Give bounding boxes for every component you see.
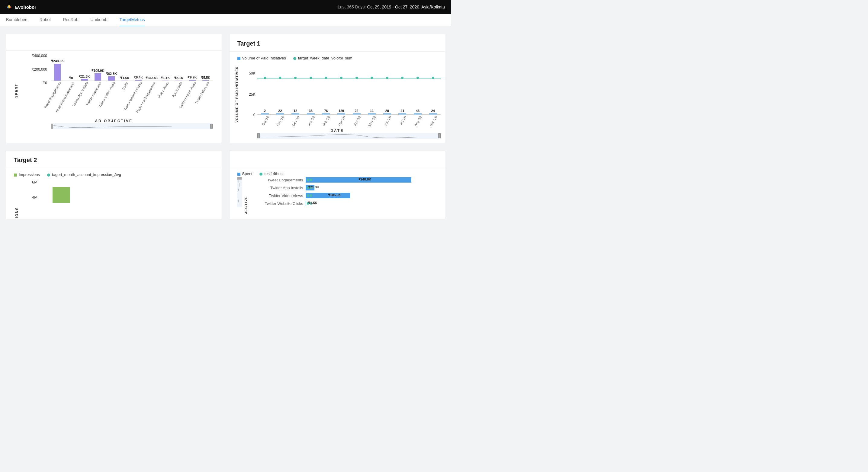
chart-target2[interactable]: SIONS 6M 4M [6, 177, 222, 219]
circle-swatch-icon [293, 57, 296, 60]
vertical-scrubber[interactable] [237, 177, 242, 207]
line-point[interactable] [307, 194, 309, 197]
row-category-label: Tweet Engagements [252, 178, 306, 182]
line-point[interactable] [355, 77, 358, 79]
line-point[interactable] [432, 77, 434, 79]
card-spent-by-objective: SPENT ₹400,000 ₹200,000 ₹0 ₹248.8KTweet … [6, 34, 222, 143]
bar[interactable] [337, 113, 345, 114]
category-label: Traffic [121, 81, 129, 91]
legend-item-bars[interactable]: Impressions [14, 172, 40, 177]
bar-row: Twitter Video Views₹105.9K [252, 192, 438, 200]
bar[interactable] [261, 113, 269, 114]
card-title: Target 1 [229, 34, 445, 52]
line-point[interactable] [310, 179, 312, 181]
chart-target1[interactable]: VOLUME OF PAID INITIATIVES 50K 25K 0 2Oc… [229, 60, 445, 139]
bar-value-label: 41 [401, 109, 404, 112]
range-scrubber[interactable] [51, 123, 213, 129]
bar-value-label: ₹2.1K [174, 76, 183, 80]
bar[interactable] [81, 79, 88, 80]
bar-column: ₹5.5KTwitter Followers [199, 80, 213, 80]
tab-robot[interactable]: Robot [39, 14, 51, 26]
line-point[interactable] [264, 77, 266, 79]
bar-value-label: 20 [385, 109, 389, 112]
row-track: ₹248.8K [306, 177, 438, 182]
bar[interactable] [414, 113, 422, 114]
row-category-label: Twitter Website Clicks [252, 201, 306, 206]
bar[interactable] [368, 113, 376, 114]
date-range-display[interactable]: Last 365 Days: Oct 29, 2019 - Oct 27, 20… [338, 4, 445, 9]
chart-spent-bars[interactable]: SPENT ₹400,000 ₹200,000 ₹0 ₹248.8KTweet … [6, 51, 222, 129]
category-label: Video Views [157, 81, 169, 99]
bar-column: ₹105.9KTwitter Awareness [91, 73, 105, 80]
tab-bumblebee[interactable]: Bumblebee [6, 14, 28, 26]
bar-value-label: 22 [278, 109, 282, 112]
bar[interactable] [108, 76, 115, 80]
card-title: Target 2 [6, 150, 222, 168]
chart-horizontal-bars[interactable]: JECTIVE Tweet Engagements₹248.8KTwitter … [229, 176, 445, 218]
bar[interactable] [322, 113, 330, 114]
line-point[interactable] [294, 77, 297, 79]
bar[interactable] [306, 201, 306, 206]
bar-value-label: ₹1.5K [120, 76, 129, 80]
legend-item-bars[interactable]: Spent [238, 171, 252, 176]
legend-item-line[interactable]: target_week_date_volofpi_sum [293, 56, 352, 60]
bar[interactable] [189, 80, 196, 80]
bar[interactable] [54, 64, 61, 80]
chart-rows: Tweet Engagements₹248.8KTwitter App Inst… [252, 176, 438, 207]
tab-unibomb[interactable]: Unibomb [91, 14, 107, 26]
category-label: Twitter Awareness [86, 81, 102, 106]
category-label: May '20 [368, 115, 376, 127]
brand-name: Evoltobor [15, 4, 36, 10]
bar-value-label: 2 [264, 109, 266, 112]
chart-legend: Volume of Paid Initiatives target_week_d… [229, 52, 445, 60]
tab-targetmetrics[interactable]: TargetMetrics [120, 14, 145, 26]
bar-column: ₹9.4KTwitter Website Clicks [132, 80, 145, 80]
impressions-bar [53, 187, 70, 203]
category-label: Apr '20 [353, 115, 362, 126]
line-point[interactable] [401, 77, 403, 79]
bar[interactable] [383, 113, 391, 114]
line-point[interactable] [310, 194, 312, 197]
line-point[interactable] [307, 179, 309, 181]
row-track: ₹1.5K [306, 201, 438, 206]
bar-value-label: ₹248.8K [51, 59, 64, 63]
category-label: App Installs [171, 81, 183, 98]
bar[interactable] [307, 113, 315, 114]
bar-value-label: ₹21.3K [308, 185, 319, 189]
bar-value-label: ₹105.9K [92, 69, 104, 73]
legend-item-line[interactable]: test14thoct [259, 171, 284, 176]
date-range-prefix: Last 365 Days: [338, 4, 367, 9]
bar[interactable] [95, 73, 101, 80]
legend-item-bars[interactable]: Volume of Paid Initiatives [238, 56, 286, 60]
category-label: Oct '19 [261, 115, 270, 126]
tab-redrob[interactable]: RedRob [63, 14, 78, 26]
bar[interactable] [135, 80, 142, 80]
line-point[interactable] [371, 77, 373, 79]
bar[interactable] [429, 113, 437, 114]
bar[interactable] [291, 113, 299, 114]
bar-value-label: 22 [354, 109, 358, 112]
card-target-2: Target 2 Impressions tagert_month_accoun… [6, 150, 222, 219]
legend-item-line[interactable]: tagert_month_account_impression_Avg [47, 172, 121, 177]
line-point[interactable] [279, 77, 281, 79]
range-scrubber[interactable] [257, 133, 441, 139]
circle-swatch-icon [259, 173, 262, 176]
bar[interactable] [353, 113, 361, 114]
row-track: ₹21.3K [306, 185, 438, 191]
line-point[interactable] [340, 77, 342, 79]
y-axis-label: VOLUME OF PAID INITIATIVES [235, 66, 239, 123]
line-point[interactable] [310, 77, 312, 79]
bar[interactable] [276, 113, 284, 114]
line-point[interactable] [386, 77, 389, 79]
nav-tabs: Bumblebee Robot RedRob Unibomb TargetMet… [0, 14, 451, 26]
bar-value-label: ₹0 [69, 76, 73, 80]
bar[interactable] [398, 113, 406, 114]
y-axis-label: SPENT [14, 83, 18, 98]
line-point[interactable] [416, 77, 419, 79]
dashboard-grid: SPENT ₹400,000 ₹200,000 ₹0 ₹248.8KTweet … [0, 26, 451, 227]
square-swatch-icon [14, 173, 17, 176]
category-label: Jul '20 [399, 115, 407, 125]
line-point[interactable] [325, 77, 327, 79]
chart-plot-area: 2Oct '1922Nov '1912Dec '1933Jan '2076Feb… [257, 71, 441, 115]
bar[interactable] [203, 80, 209, 80]
